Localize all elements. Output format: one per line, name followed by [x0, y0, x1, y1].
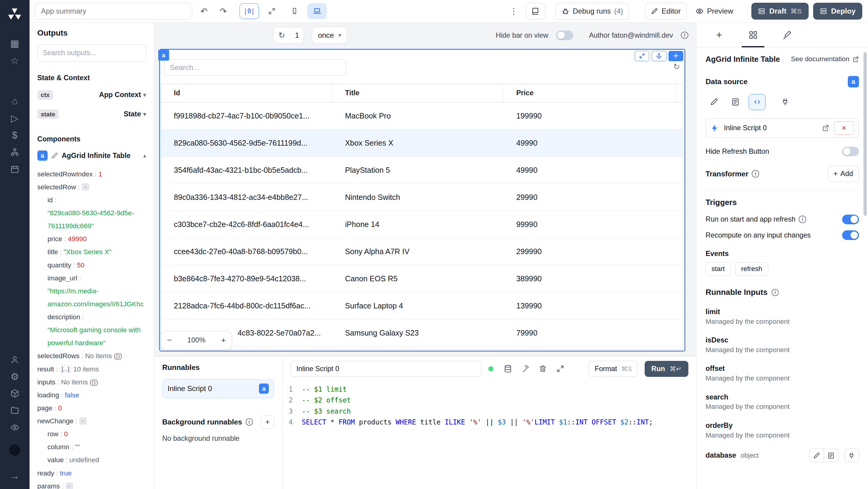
state-row[interactable]: state State▾ [37, 108, 146, 120]
ctx-row[interactable]: ctx App Context▾ [37, 89, 146, 101]
output-tree-item[interactable]: description : "Microsoft gaming console … [37, 310, 146, 349]
output-tree-item[interactable]: ready : true [37, 467, 146, 480]
info-icon[interactable]: i [799, 216, 806, 223]
info-icon[interactable]: i [772, 289, 779, 296]
output-tree-item[interactable]: result : [...] 10 items [37, 363, 146, 376]
undo-button[interactable]: ↶ [197, 3, 212, 19]
home-nav-icon[interactable]: ⌂ [5, 93, 24, 110]
output-tree-item[interactable]: selectedRows : No items ([]) [37, 349, 146, 362]
config-sc rollbar[interactable] [863, 49, 867, 489]
database-icon[interactable] [504, 365, 512, 373]
component-list-item[interactable]: a AgGrid Infinite Table ▴ [37, 149, 146, 162]
aggrid-table-component[interactable]: a ↻ Id Title [160, 50, 684, 350]
column-header-title[interactable]: Title [333, 84, 504, 102]
info-icon[interactable]: i [681, 32, 688, 39]
database-template-button[interactable] [824, 449, 839, 462]
redo-button[interactable]: ↷ [216, 3, 230, 19]
table-row[interactable]: ccee43dc-27e0-40a8-b768-b09579b0...Sony … [161, 238, 683, 265]
canvas[interactable]: a ↻ Id Title [154, 48, 696, 356]
folders-nav-icon[interactable] [5, 402, 24, 419]
table-row[interactable]: c303bce7-cb2e-42c6-8fdf-6aa01fc4e4...iPh… [161, 211, 683, 238]
output-tree-item[interactable]: price : 49990 [37, 233, 146, 245]
code-editor[interactable]: 1-- $1 limit2-- $2 offset3-- $3 search4S… [283, 381, 696, 489]
attached-script-row[interactable]: Inline Script 0 × [706, 119, 859, 138]
add-transformer-button[interactable]: +Add [828, 166, 859, 182]
table-row[interactable]: 4c83-8022-5e70a07a2...Samsung Galaxy S23… [161, 319, 683, 347]
app-refresh-button[interactable]: ↻ [273, 27, 290, 43]
trash-icon[interactable] [538, 365, 547, 373]
settings-nav-icon[interactable]: ⚙ [5, 368, 24, 385]
editor-tab-button[interactable]: Editor [645, 3, 687, 20]
collapse-rail-icon[interactable]: → [5, 467, 24, 485]
table-row[interactable]: 2128adca-7fc6-44bd-800c-dc115df6ac...Sur… [161, 293, 683, 319]
tab-insert-component[interactable]: + [712, 23, 726, 47]
info-icon[interactable]: i [752, 170, 759, 177]
windmill-logo-icon[interactable] [6, 6, 23, 23]
expand-editor-icon[interactable] [556, 365, 564, 373]
output-tree-item[interactable]: row : 0 [37, 428, 146, 440]
output-tree-item[interactable]: column : "" [37, 440, 146, 453]
run-on-start-toggle[interactable] [842, 215, 859, 224]
panel-layout-button[interactable]: |0| [240, 3, 259, 19]
event-badge[interactable]: start [706, 262, 731, 276]
desktop-view-button[interactable] [307, 3, 327, 19]
database-connect-button[interactable] [844, 449, 859, 462]
inline-script-source-button[interactable] [749, 94, 766, 110]
chevron-up-icon[interactable]: ▴ [143, 152, 146, 159]
add-background-runnable-button[interactable]: + [261, 415, 274, 429]
connect-input-button[interactable] [777, 94, 794, 110]
run-button[interactable]: Run⌘↵ [645, 361, 688, 377]
static-value-button[interactable] [706, 94, 722, 110]
table-row[interactable]: 354f6afd-43ac-4321-b1bc-0b5e5adcb...Play… [161, 157, 683, 184]
pencil-icon[interactable] [51, 152, 58, 159]
table-row[interactable]: 89c0a336-1343-4812-ac34-e4bb8e27...Ninte… [161, 184, 683, 211]
output-tree-item[interactable]: quantity : 50 [37, 259, 146, 272]
event-badge[interactable]: refresh [735, 262, 768, 276]
zoom-out-button[interactable]: − [167, 336, 172, 345]
output-tree-item[interactable]: newChange : - [37, 415, 146, 428]
table-search-input[interactable] [164, 59, 346, 76]
runnable-item[interactable]: Inline Script 0 a [162, 379, 274, 398]
hide-refresh-toggle[interactable] [842, 147, 859, 156]
open-script-icon[interactable] [822, 124, 829, 131]
table-row[interactable]: b3e864c8-7fe3-4270-89e9-54c12038...Canon… [161, 265, 683, 293]
table-row[interactable]: 829ca080-5630-4562-9d5e-7611199d...Xbox … [161, 130, 683, 157]
table-refresh-icon[interactable]: ↻ [673, 62, 680, 71]
output-tree-item[interactable]: title : "Xbox Series X" [37, 245, 146, 258]
output-tree-item[interactable]: loading : false [37, 389, 146, 402]
output-tree-item[interactable]: value : undefined [37, 453, 146, 466]
info-icon[interactable]: i [246, 418, 253, 425]
docs-button[interactable] [526, 3, 546, 20]
workspace-nav-icon[interactable] [5, 385, 24, 402]
refresh-interval-select[interactable]: once▾ [312, 27, 347, 44]
more-menu-button[interactable]: ⋮ [506, 3, 521, 19]
mobile-view-button[interactable] [285, 3, 304, 19]
output-tree-item[interactable]: image_url : "https://m.media-amazon.com/… [37, 272, 146, 310]
recompute-toggle[interactable] [842, 230, 859, 240]
runs-nav-icon[interactable]: ▷ [5, 110, 24, 127]
observability-nav-icon[interactable] [5, 419, 24, 436]
ai-wand-icon[interactable] [521, 365, 530, 373]
zoom-in-button[interactable]: + [221, 336, 226, 345]
detach-script-button[interactable]: × [834, 121, 855, 135]
output-tree-item[interactable]: inputs : No items ([]) [37, 376, 146, 389]
output-tree-item[interactable]: selectedRow : - [37, 181, 146, 193]
output-tree-item[interactable]: selectedRowIndex : 1 [37, 167, 146, 181]
output-tree-item[interactable]: page : 0 [37, 402, 146, 415]
user-nav-icon[interactable] [5, 351, 24, 368]
anchor-handle[interactable] [652, 51, 666, 61]
draft-button[interactable]: Draft⌘S [751, 3, 809, 20]
hide-bar-toggle[interactable] [556, 30, 573, 40]
apps-nav-icon[interactable]: ▦ [5, 35, 24, 52]
script-name-input[interactable] [290, 361, 482, 377]
tab-styling[interactable] [780, 23, 794, 47]
expand-handle[interactable] [635, 51, 650, 61]
debug-runs-button[interactable]: Debug runs(4) [555, 3, 629, 20]
app-summary-input[interactable] [35, 3, 192, 20]
column-header-id[interactable]: Id [161, 84, 333, 102]
expand-canvas-button[interactable] [262, 3, 281, 19]
favorites-nav-icon[interactable]: ☆ [5, 52, 24, 69]
see-documentation-link[interactable]: See documentation [791, 55, 859, 63]
column-header-price[interactable]: Price [504, 84, 676, 102]
template-button[interactable] [727, 94, 744, 110]
